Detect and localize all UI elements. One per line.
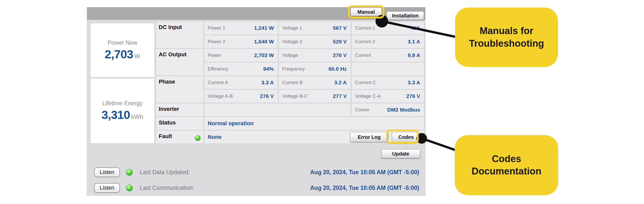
listen-comm-button[interactable]: Listen (94, 183, 120, 193)
cell-comm: Comm DM2 Modbus (352, 104, 424, 116)
inverter-monitor-panel: Power Now 2,703 W Lifetime Energy 3,310 … (87, 7, 425, 196)
cell-voltage-bc: Voltage B-C 277 V (279, 90, 350, 102)
current2-value: 3.1 A (408, 39, 420, 45)
ac-voltage-label: Voltage (282, 53, 298, 58)
last-data-updated-row: Listen Last Data Updated: Aug 20, 2024, … (94, 167, 419, 177)
last-communication-label: Last Communication: (140, 185, 194, 191)
last-data-updated-label: Last Data Updated: (140, 169, 190, 176)
section-ac-output: AC Output (156, 49, 203, 75)
voltage2-label: Voltage 2 (282, 39, 302, 44)
cell-power1: Power 1 1,241 W (205, 22, 277, 34)
voltage1-label: Voltage 1 (282, 25, 302, 31)
cell-ac-power: Power 2,703 W (205, 49, 277, 61)
section-dc-input: DC Input (156, 22, 203, 48)
cell-current-b: Current B 3.2 A (279, 76, 350, 89)
current-b-value: 3.2 A (334, 80, 347, 86)
update-button[interactable]: Update (381, 149, 420, 158)
fault-label: Fault (159, 133, 172, 140)
comm-value: DM2 Modbus (387, 107, 420, 113)
fault-value: None (208, 134, 222, 140)
efficiency-value: 94% (263, 66, 274, 72)
voltage-ab-label: Voltage A-B (208, 93, 233, 99)
comm-green-led-indicator (126, 185, 133, 191)
voltage2-value: 529 V (333, 39, 347, 45)
section-phase: Phase (156, 76, 203, 102)
last-communication-row: Listen Last Communication: Aug 20, 2024,… (94, 183, 419, 193)
cell-current1: Current 1 N/A (352, 22, 424, 34)
screenshot-canvas: Power Now 2,703 W Lifetime Energy 3,310 … (0, 0, 644, 204)
cell-current2: Current 2 3.1 A (352, 36, 424, 48)
current-c-label: Current C (355, 80, 376, 85)
cell-empty-inverter (205, 104, 350, 116)
cell-power2: Power 2 1,640 W (205, 36, 277, 48)
ac-voltage-value: 276 V (333, 52, 347, 58)
listen-data-button[interactable]: Listen (94, 167, 120, 177)
power-now-unit: W (134, 53, 140, 60)
frequency-label: Frequency (282, 66, 305, 72)
current-b-label: Current B (282, 80, 303, 85)
cell-fault: None Error Log Codes (205, 131, 424, 143)
cell-efficiency: Efficiency 94% (205, 63, 277, 75)
power-now-value: 2,703 (105, 47, 133, 61)
last-communication-timestamp: Aug 20, 2024, Tue 10:05 AM (GMT -5:00) (310, 185, 419, 191)
current-a-value: 3.3 A (261, 80, 274, 86)
status-value: Normal operation (208, 120, 254, 127)
cell-frequency: Frequency 60.0 Hz (279, 63, 350, 75)
section-inverter: Inverter (156, 104, 203, 116)
voltage-ab-value: 276 V (260, 93, 274, 99)
current-c-value: 3.3 A (408, 80, 420, 86)
current1-label: Current 1 (355, 25, 375, 31)
cell-ac-voltage: Voltage 276 V (279, 49, 350, 61)
cell-current-c: Current C 3.3 A (352, 76, 424, 89)
power-now-box: Power Now 2,703 W (91, 23, 154, 77)
ac-power-value: 2,703 W (254, 52, 274, 58)
voltage-bc-label: Voltage B-C (282, 93, 308, 99)
metrics-table: DC Input Power 1 1,241 W Voltage 1 567 V… (156, 22, 424, 143)
current1-value: N/A (411, 25, 420, 31)
current2-label: Current 2 (355, 39, 375, 44)
cell-current-a: Current A 3.3 A (205, 76, 277, 89)
ac-current-value: 9.8 A (408, 52, 420, 58)
power1-label: Power 1 (208, 25, 225, 31)
cell-voltage1: Voltage 1 567 V (279, 22, 350, 34)
power2-value: 1,640 W (254, 39, 274, 45)
section-status: Status (156, 117, 203, 130)
cell-voltage-ab: Voltage A-B 276 V (205, 90, 277, 102)
cell-status: Normal operation (205, 117, 424, 130)
power1-value: 1,241 W (254, 25, 274, 31)
power2-label: Power 2 (208, 39, 225, 44)
data-green-led-indicator (126, 169, 133, 176)
voltage-ca-value: 276 V (406, 93, 420, 99)
codes-documentation-callout: Codes Documentation (455, 135, 558, 195)
error-log-button[interactable]: Error Log (350, 132, 388, 142)
comm-label: Comm (355, 107, 369, 113)
manual-button[interactable]: Manual (351, 8, 382, 16)
efficiency-label: Efficiency (208, 66, 228, 72)
cell-voltage2: Voltage 2 529 V (279, 36, 350, 48)
lifetime-energy-label: Lifetime Energy (102, 100, 143, 107)
voltage-bc-value: 277 V (333, 93, 347, 99)
fault-green-led-indicator (195, 135, 201, 141)
cell-ac-current: Current 9.8 A (352, 49, 424, 61)
lifetime-energy-value: 3,310 (101, 108, 130, 122)
cell-voltage-ca: Voltage C-A 276 V (352, 90, 424, 102)
last-data-updated-timestamp: Aug 20, 2024, Tue 10:05 AM (GMT -5:00) (310, 169, 419, 176)
power-now-label: Power Now (108, 39, 137, 46)
ac-current-label: Current (355, 53, 371, 58)
lifetime-energy-box: Lifetime Energy 3,310 kWh (91, 79, 154, 143)
manuals-troubleshooting-callout: Manuals for Troubleshooting (455, 8, 558, 67)
codes-callout-line (422, 138, 458, 151)
current-a-label: Current A (208, 80, 228, 85)
cell-empty-ac (352, 63, 424, 75)
frequency-value: 60.0 Hz (329, 66, 347, 72)
lifetime-energy-unit: kWh (131, 113, 143, 120)
installation-button[interactable]: Installation (387, 11, 424, 20)
ac-power-label: Power (208, 53, 221, 58)
voltage-ca-label: Voltage C-A (355, 93, 381, 99)
section-fault: Fault (156, 131, 203, 143)
codes-button[interactable]: Codes (392, 132, 420, 142)
voltage1-value: 567 V (333, 25, 347, 31)
